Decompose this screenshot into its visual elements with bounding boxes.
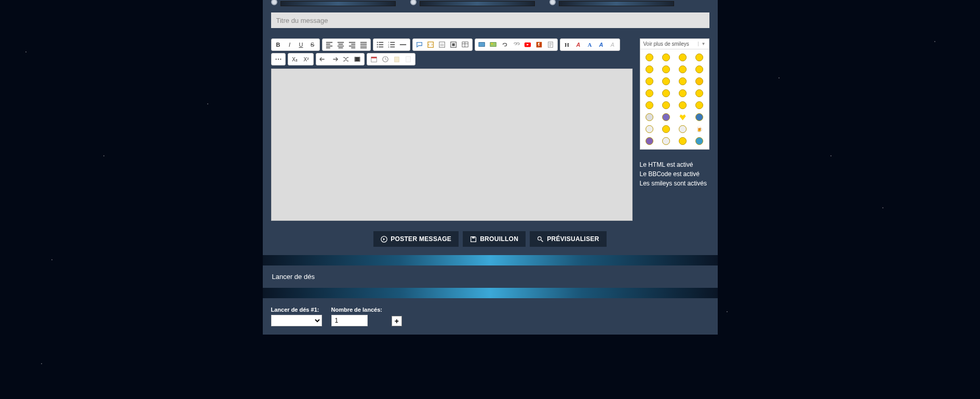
- more-icon: [275, 56, 282, 63]
- doc-button[interactable]: [402, 54, 414, 64]
- smiley-plain-icon[interactable]: [662, 137, 670, 145]
- smiley-sleep-icon[interactable]: [695, 137, 703, 145]
- theme-option-2[interactable]: [410, 0, 535, 6]
- image-button[interactable]: [488, 39, 499, 50]
- scroll-button[interactable]: [545, 39, 556, 50]
- remove-format-button[interactable]: A: [607, 39, 619, 50]
- smiley-suspect-icon[interactable]: [662, 125, 670, 133]
- smiley-question-icon[interactable]: [646, 101, 653, 109]
- list-ol-icon: 123: [388, 41, 395, 48]
- video-button[interactable]: [352, 54, 363, 64]
- svg-rect-1: [379, 42, 383, 43]
- undo-button[interactable]: [317, 54, 329, 64]
- bold-button[interactable]: B: [273, 39, 284, 50]
- random-button[interactable]: [340, 54, 352, 64]
- quote-icon: [416, 41, 423, 48]
- smiley-cool-icon[interactable]: [662, 65, 670, 73]
- smiley-love-icon[interactable]: [679, 113, 687, 121]
- svg-rect-14: [439, 42, 445, 48]
- align-left-button[interactable]: [324, 39, 335, 50]
- image-host-button[interactable]: [476, 39, 488, 50]
- list-ol-button[interactable]: 123: [386, 39, 397, 50]
- smiley-razz-icon[interactable]: [646, 77, 653, 85]
- superscript-button[interactable]: X²: [301, 54, 312, 64]
- align-justify-button[interactable]: [358, 39, 369, 50]
- add-dice-button[interactable]: +: [392, 316, 402, 326]
- smiley-shock-icon[interactable]: [646, 65, 653, 73]
- font-family-button[interactable]: A: [584, 39, 596, 50]
- radio-icon[interactable]: [271, 0, 277, 5]
- message-body-textarea[interactable]: [271, 69, 633, 221]
- smiley-like-icon[interactable]: [662, 113, 670, 121]
- smiley-cry-icon[interactable]: [679, 77, 687, 85]
- subscript-button[interactable]: X₂: [289, 54, 301, 64]
- smiley-roll-icon[interactable]: [662, 89, 670, 97]
- font-more-button[interactable]: A: [596, 39, 607, 50]
- smiley-silent-icon[interactable]: [646, 125, 653, 133]
- smiley-party-icon[interactable]: [679, 137, 687, 145]
- align-justify-icon: [360, 41, 367, 48]
- smiley-neutral-icon[interactable]: [695, 101, 703, 109]
- arrow-right-circle-icon: [381, 236, 387, 243]
- youtube-icon: [524, 41, 531, 48]
- smiley-no-icon[interactable]: [695, 113, 703, 121]
- post-message-button[interactable]: POSTER MESSAGE: [373, 231, 459, 247]
- unlink-button[interactable]: [511, 39, 522, 50]
- smiley-evil-icon[interactable]: [695, 77, 703, 85]
- underline-icon: U: [299, 42, 303, 48]
- draft-button[interactable]: BROUILLON: [463, 231, 526, 247]
- smiley-alien-icon[interactable]: [646, 137, 653, 145]
- theme-option-1[interactable]: [271, 0, 396, 6]
- smiley-smile-icon[interactable]: [662, 54, 670, 61]
- redo-button[interactable]: [329, 54, 340, 64]
- smiley-wink-icon[interactable]: [679, 89, 687, 97]
- theme-selector-row: [271, 0, 709, 12]
- radio-icon[interactable]: [410, 0, 417, 5]
- theme-option-3[interactable]: [549, 0, 674, 6]
- svg-rect-5: [379, 47, 383, 48]
- smiley-surprise-icon[interactable]: [695, 54, 703, 61]
- font-color-button[interactable]: A: [573, 39, 584, 50]
- paste-button[interactable]: [391, 54, 402, 64]
- dice-count-input[interactable]: [331, 315, 368, 326]
- smiley-redface-icon[interactable]: [662, 77, 670, 85]
- italic-button[interactable]: I: [284, 39, 296, 50]
- underline-button[interactable]: U: [296, 39, 307, 50]
- hidden-button[interactable]: [448, 39, 460, 50]
- header-size-button[interactable]: H: [561, 39, 573, 50]
- link-button[interactable]: [499, 39, 511, 50]
- flash-button[interactable]: [533, 39, 545, 50]
- smiley-laugh-icon[interactable]: [679, 65, 687, 73]
- spoiler-button[interactable]: [437, 39, 448, 50]
- smiley-exclaim-icon[interactable]: [695, 89, 703, 97]
- clock-button[interactable]: [380, 54, 391, 64]
- section-divider-image: [263, 288, 718, 298]
- smiley-grin-icon[interactable]: [646, 54, 653, 61]
- list-ul-button[interactable]: [374, 39, 386, 50]
- youtube-button[interactable]: [522, 39, 533, 50]
- smiley-pale-icon[interactable]: [679, 125, 687, 133]
- chevron-down-icon[interactable]: ▼: [698, 42, 706, 46]
- smiley-arrow-icon[interactable]: [679, 101, 687, 109]
- smiley-mad-icon[interactable]: [695, 65, 703, 73]
- smiley-idea-icon[interactable]: [662, 101, 670, 109]
- radio-icon[interactable]: [549, 0, 556, 5]
- more-button[interactable]: [273, 54, 284, 64]
- dice-type-select[interactable]: [271, 315, 322, 326]
- svg-point-21: [491, 43, 493, 45]
- align-center-button[interactable]: [335, 39, 346, 50]
- message-title-input[interactable]: [271, 12, 709, 28]
- code-button[interactable]: [425, 39, 437, 50]
- align-right-button[interactable]: [346, 39, 358, 50]
- quote-button[interactable]: [414, 39, 425, 50]
- strike-button[interactable]: S: [307, 39, 318, 50]
- smiley-sad-icon[interactable]: [679, 54, 687, 61]
- smiley-what-icon[interactable]: [646, 113, 653, 121]
- smiley-cheers-icon[interactable]: 🍺: [695, 125, 703, 133]
- smiley-header-label[interactable]: Voir plus de smileys: [643, 41, 689, 47]
- table-button[interactable]: [460, 39, 471, 50]
- smiley-twisted-icon[interactable]: [646, 89, 653, 97]
- hr-button[interactable]: [397, 39, 409, 50]
- preview-button[interactable]: PRÉVISUALISER: [530, 231, 607, 247]
- date-button[interactable]: [368, 54, 380, 64]
